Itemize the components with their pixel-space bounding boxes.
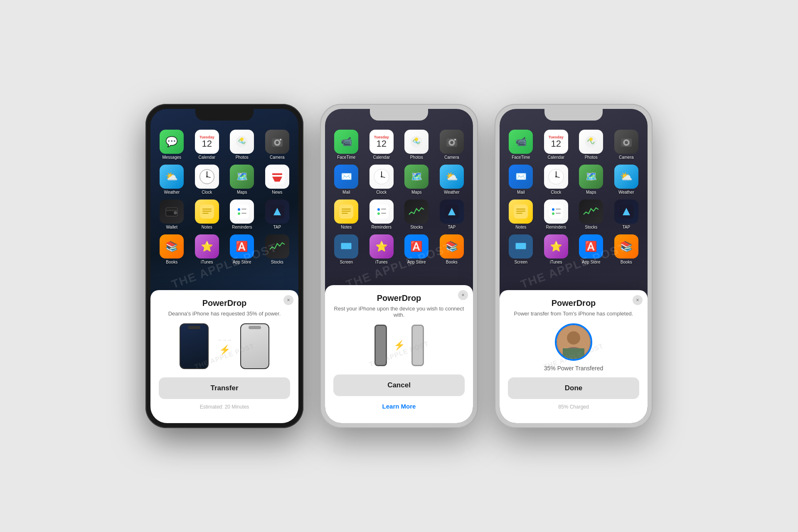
app2-calendar[interactable]: Tuesday 12 Calendar bbox=[367, 130, 397, 160]
app-maps-icon: 🗺️ bbox=[230, 165, 254, 189]
app3-appstore[interactable]: 🅰️ App Store bbox=[576, 234, 606, 264]
app2-appstore[interactable]: 🅰️ App Store bbox=[401, 234, 432, 264]
app2-stocks-label: Stocks bbox=[410, 225, 423, 229]
app-camera[interactable]: Camera bbox=[262, 130, 293, 160]
app-notes[interactable]: Notes bbox=[192, 200, 222, 229]
app3-photos-label: Photos bbox=[585, 155, 598, 160]
app2-camera[interactable]: Camera bbox=[437, 130, 467, 160]
app2-notes[interactable]: Notes bbox=[331, 200, 362, 229]
app3-facetime-label: FaceTime bbox=[512, 155, 530, 160]
modal-footer-1: Estimated: 20 Minutes bbox=[159, 404, 290, 410]
app2-photos[interactable]: Photos bbox=[401, 130, 432, 160]
app2-weather-label: Weather bbox=[444, 190, 460, 195]
app2-weather[interactable]: ⛅ Weather bbox=[437, 165, 467, 195]
app3-stocks-icon bbox=[579, 200, 603, 224]
app2-weather-icon: ⛅ bbox=[440, 165, 464, 189]
app3-notes[interactable]: Notes bbox=[506, 200, 536, 229]
app-maps[interactable]: 🗺️ Maps bbox=[227, 165, 257, 195]
svg-rect-60 bbox=[516, 213, 522, 214]
learn-more-btn-2[interactable]: Learn More bbox=[333, 399, 465, 413]
svg-point-35 bbox=[381, 176, 382, 177]
app3-camera-icon bbox=[614, 130, 638, 154]
app3-itunes-label: iTunes bbox=[550, 260, 562, 264]
app3-camera[interactable]: Camera bbox=[611, 130, 642, 160]
cancel-btn-2[interactable]: Cancel bbox=[333, 374, 465, 396]
phone-2: THE APPLE POST 📹 FaceTime Tuesday 12 Cal… bbox=[320, 104, 478, 428]
svg-rect-24 bbox=[241, 213, 246, 214]
app2-tap-icon bbox=[440, 200, 464, 224]
app-clock[interactable]: Clock bbox=[192, 165, 222, 195]
done-btn-3[interactable]: Done bbox=[508, 377, 639, 399]
dest-phone-1 bbox=[240, 323, 269, 369]
app3-itunes[interactable]: ⭐ iTunes bbox=[541, 234, 571, 264]
app3-stocks-label: Stocks bbox=[585, 225, 597, 229]
app2-screen-icon bbox=[334, 234, 358, 259]
app2-screen[interactable]: Screen bbox=[331, 234, 362, 264]
app-weather[interactable]: ⛅ Weather bbox=[157, 165, 187, 195]
app-clock-label: Clock bbox=[202, 190, 212, 195]
app3-weather-label: Weather bbox=[618, 190, 634, 195]
app-wallet[interactable]: Wallet bbox=[157, 200, 187, 229]
powerdrop-modal-2: THE APPLE POST × PowerDrop Rest your iPh… bbox=[325, 285, 473, 423]
app3-weather[interactable]: ⛅ Weather bbox=[611, 165, 642, 195]
svg-point-10 bbox=[206, 176, 208, 177]
app-stocks[interactable]: Stocks bbox=[262, 234, 293, 264]
app3-photos[interactable]: Photos bbox=[576, 130, 606, 160]
avatar-face-3 bbox=[557, 325, 591, 359]
app3-facetime[interactable]: 📹 FaceTime bbox=[506, 130, 536, 160]
app2-stocks[interactable]: Stocks bbox=[401, 200, 432, 229]
modal-title-2: PowerDrop bbox=[333, 293, 465, 303]
app3-maps[interactable]: 🗺️ Maps bbox=[576, 165, 606, 195]
modal-close-btn-1[interactable]: × bbox=[283, 295, 293, 305]
app3-maps-label: Maps bbox=[586, 190, 596, 195]
user-avatar-3 bbox=[555, 323, 592, 361]
svg-rect-43 bbox=[381, 209, 386, 209]
app-news[interactable]: News bbox=[262, 165, 293, 195]
app3-books[interactable]: 📚 Books bbox=[611, 234, 642, 264]
app2-maps-label: Maps bbox=[411, 190, 421, 195]
transfer-btn-1[interactable]: Transfer bbox=[159, 377, 290, 399]
app-messages[interactable]: 💬 Messages bbox=[157, 130, 187, 160]
modal-title-1: PowerDrop bbox=[159, 298, 290, 308]
app2-itunes-icon: ⭐ bbox=[369, 234, 394, 259]
svg-rect-17 bbox=[202, 209, 212, 209]
app3-mail[interactable]: ✉️ Mail bbox=[506, 165, 536, 195]
app-calendar[interactable]: Tuesday 12 Calendar bbox=[192, 130, 222, 160]
app2-books-icon: 📚 bbox=[440, 234, 464, 259]
app2-tap[interactable]: TAP bbox=[437, 200, 467, 229]
modal-close-btn-3[interactable]: × bbox=[633, 295, 643, 305]
svg-point-63 bbox=[552, 212, 554, 215]
app3-clock[interactable]: Clock bbox=[541, 165, 571, 195]
app3-screen[interactable]: Screen bbox=[506, 234, 536, 264]
app-news-icon bbox=[265, 165, 289, 189]
app-photos[interactable]: Photos bbox=[227, 130, 257, 160]
scan-phone-right bbox=[411, 325, 424, 366]
app2-clock[interactable]: Clock bbox=[367, 165, 397, 195]
app-itunes[interactable]: ⭐ iTunes bbox=[192, 234, 222, 264]
app3-tap[interactable]: TAP bbox=[611, 200, 642, 229]
app-tap[interactable]: TAP bbox=[262, 200, 293, 229]
app2-reminders[interactable]: Reminders bbox=[367, 200, 397, 229]
app-maps-label: Maps bbox=[237, 190, 247, 195]
app3-weather-icon: ⛅ bbox=[614, 165, 638, 189]
svg-point-49 bbox=[589, 138, 593, 141]
app3-appstore-label: App Store bbox=[582, 260, 600, 264]
app2-mail[interactable]: ✉️ Mail bbox=[331, 165, 362, 195]
app2-facetime[interactable]: 📹 FaceTime bbox=[331, 130, 362, 160]
modal-close-btn-2[interactable]: × bbox=[458, 290, 468, 300]
app3-calendar[interactable]: Tuesday 12 Calendar bbox=[541, 130, 571, 160]
app3-notes-icon bbox=[509, 200, 533, 224]
app-books[interactable]: 📚 Books bbox=[157, 234, 187, 264]
app2-itunes[interactable]: ⭐ iTunes bbox=[367, 234, 397, 264]
app2-books[interactable]: 📚 Books bbox=[437, 234, 467, 264]
app2-calendar-label: Calendar bbox=[373, 155, 390, 160]
app3-reminders[interactable]: Reminders bbox=[541, 200, 571, 229]
app2-maps[interactable]: 🗺️ Maps bbox=[401, 165, 432, 195]
svg-point-1 bbox=[240, 138, 244, 141]
app-appstore[interactable]: 🅰️ App Store bbox=[227, 234, 257, 264]
phones-container: THE APPLE POST 💬 Messages Tuesday 12 Cal… bbox=[145, 104, 653, 428]
app3-books-label: Books bbox=[621, 260, 632, 264]
app3-appstore-icon: 🅰️ bbox=[579, 234, 603, 259]
app-reminders[interactable]: Reminders bbox=[227, 200, 257, 229]
app3-stocks[interactable]: Stocks bbox=[576, 200, 606, 229]
